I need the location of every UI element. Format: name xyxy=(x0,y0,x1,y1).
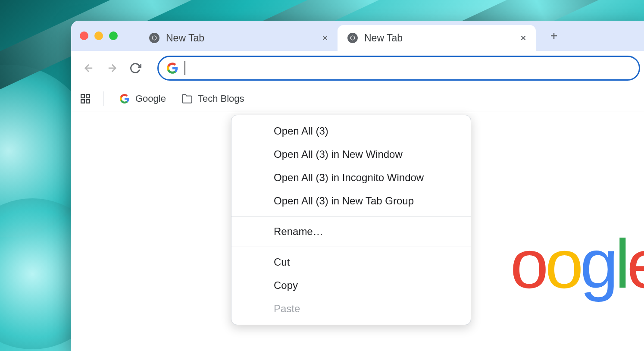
menu-paste: Paste xyxy=(231,297,471,320)
menu-open-all-new-window[interactable]: Open All (3) in New Window xyxy=(231,143,471,166)
folder-icon xyxy=(181,93,193,104)
menu-cut[interactable]: Cut xyxy=(231,251,471,274)
tab-close-button[interactable] xyxy=(519,33,528,43)
window-controls xyxy=(80,31,118,40)
tab-close-button[interactable] xyxy=(320,33,330,43)
menu-open-all-incognito[interactable]: Open All (3) in Incognito Window xyxy=(231,166,471,189)
menu-open-all-tab-group[interactable]: Open All (3) in New Tab Group xyxy=(231,189,471,213)
tab-title: New Tab xyxy=(364,32,513,44)
svg-point-2 xyxy=(153,36,156,40)
address-input[interactable] xyxy=(191,62,631,74)
google-g-icon xyxy=(119,93,130,104)
bookmark-google[interactable]: Google xyxy=(115,91,170,107)
menu-open-all[interactable]: Open All (3) xyxy=(231,119,471,143)
bookmark-folder-tech-blogs[interactable]: Tech Blogs xyxy=(177,91,249,107)
divider xyxy=(231,216,471,216)
new-tab-button[interactable] xyxy=(544,26,563,45)
bookmark-label: Google xyxy=(135,93,166,104)
google-logo: oogle xyxy=(510,224,644,304)
tab-active[interactable]: New Tab xyxy=(338,25,536,51)
text-cursor xyxy=(184,61,185,75)
bookmarks-bar: Google Tech Blogs xyxy=(71,85,644,112)
apps-grid-icon[interactable] xyxy=(79,92,92,105)
google-g-icon xyxy=(166,62,178,74)
svg-rect-6 xyxy=(81,94,84,98)
window-close-button[interactable] xyxy=(80,31,88,40)
forward-button[interactable] xyxy=(103,59,121,77)
context-menu: Open All (3) Open All (3) in New Window … xyxy=(231,115,471,325)
svg-point-5 xyxy=(351,36,355,40)
toolbar xyxy=(71,51,644,85)
menu-rename[interactable]: Rename… xyxy=(231,220,471,243)
chrome-icon xyxy=(347,32,358,44)
reload-button[interactable] xyxy=(126,59,144,77)
tab-title: New Tab xyxy=(166,32,314,44)
back-button[interactable] xyxy=(80,59,98,77)
svg-rect-8 xyxy=(81,100,84,103)
tab-strip: New Tab New Tab xyxy=(71,21,644,51)
window-maximize-button[interactable] xyxy=(109,31,118,40)
bookmark-label: Tech Blogs xyxy=(198,93,244,104)
chrome-icon xyxy=(149,32,160,44)
svg-rect-9 xyxy=(86,100,90,103)
divider xyxy=(231,247,471,247)
tab-inactive[interactable]: New Tab xyxy=(139,25,338,51)
browser-window: New Tab New Tab xyxy=(71,21,644,351)
address-bar[interactable] xyxy=(157,56,640,81)
svg-rect-7 xyxy=(86,94,90,98)
window-minimize-button[interactable] xyxy=(94,31,103,40)
divider xyxy=(103,91,103,106)
menu-copy[interactable]: Copy xyxy=(231,274,471,297)
